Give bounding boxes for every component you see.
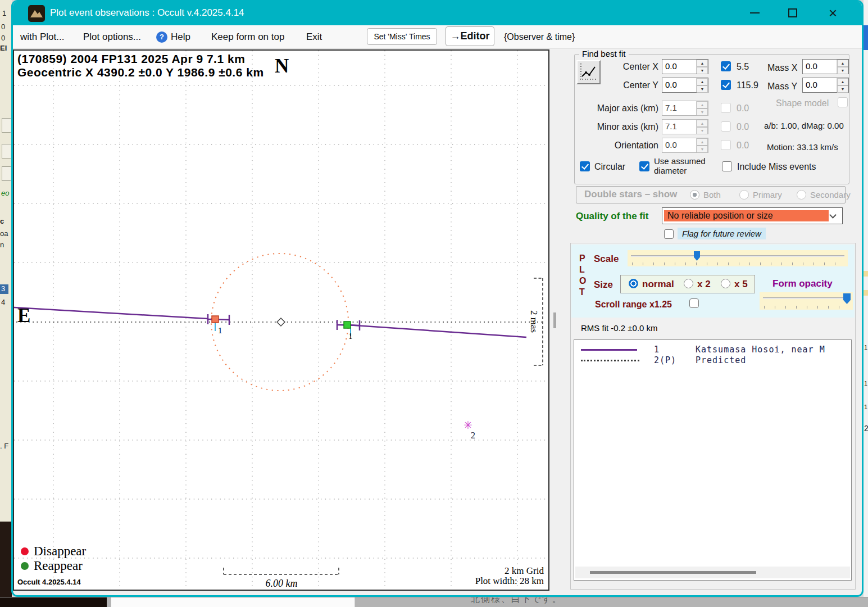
scale-slider-ticks (632, 262, 843, 265)
form-opacity-slider[interactable] (760, 292, 853, 310)
menu-keep-on-top[interactable]: Keep form on top (211, 31, 284, 43)
scrollbar-thumb[interactable] (590, 571, 756, 574)
bg-button-fragment (2, 118, 11, 133)
minor-axis-spinner[interactable]: ▲▼ (696, 120, 708, 134)
splitter-handle[interactable] (553, 312, 556, 328)
include-miss-label: Include Miss events (737, 162, 816, 172)
bg-fragment: 1 (864, 380, 867, 387)
bg-window-fragment (111, 597, 355, 607)
close-button[interactable]: × (829, 4, 837, 22)
scale-slider[interactable] (628, 250, 848, 266)
reappear-marker[interactable] (344, 321, 351, 328)
chord-1b-label: 1 (348, 332, 353, 341)
shape-model-checkbox[interactable] (838, 97, 848, 107)
legend-disappear-row: Disappear (21, 544, 86, 559)
double-both-label: Both (703, 190, 721, 200)
menu-help[interactable]: Help (171, 31, 190, 43)
center-y-label: Center Y (574, 80, 658, 90)
motion-label: Motion: 33.13 km/s (767, 142, 838, 152)
minor-axis-input[interactable]: 7.1 ▲▼ (662, 119, 708, 134)
observation-number: 1 (654, 345, 660, 355)
assumed-diameter-label: Use assumed diameter (654, 157, 722, 175)
menu-plot-options[interactable]: Plot options... (83, 31, 141, 43)
major-axis-value[interactable]: 7.1 (662, 101, 696, 115)
include-miss-checkbox[interactable] (722, 161, 732, 171)
list-horizontal-scrollbar[interactable] (575, 567, 850, 578)
predicted-asterisk-marker[interactable]: ✳ (463, 419, 472, 431)
size-x2-radio[interactable] (684, 279, 693, 288)
north-label: N (275, 55, 289, 78)
menu-exit[interactable]: Exit (306, 31, 322, 43)
ab-dmag-label: a/b: 1.00, dMag: 0.00 (764, 121, 844, 130)
mass-x-input[interactable]: 0.0 ▲▼ (802, 59, 849, 74)
scale-bar (224, 568, 339, 574)
fit-major-value-label: 0.0 (737, 103, 749, 114)
double-secondary-radio[interactable] (797, 190, 806, 200)
major-axis-input[interactable]: 7.1 ▲▼ (662, 101, 708, 116)
mass-y-input[interactable]: 0.0 ▲▼ (802, 78, 849, 93)
chord-1-label: 1 (218, 326, 222, 335)
minor-axis-value[interactable]: 7.1 (662, 120, 696, 134)
size-option-group: normal x 2 x 5 (620, 275, 755, 293)
form-opacity-thumb[interactable] (843, 293, 851, 304)
center-x-input[interactable]: 0.0 ▲▼ (662, 59, 708, 74)
plot-letter: L (579, 265, 585, 275)
help-icon[interactable]: ? (156, 31, 167, 43)
quality-dropdown[interactable]: No reliable position or size (662, 207, 843, 224)
center-y-input[interactable]: 0.0 ▲▼ (662, 78, 708, 93)
background-window-left-sliver: 1 0 0 EI eo c oa n 3 4 . F (0, 0, 12, 607)
mass-x-value[interactable]: 0.0 (803, 60, 837, 74)
bg-fragment: 0 (1, 22, 5, 31)
window-title: Plot event observations : Occult v.4.202… (50, 7, 244, 19)
size-x5-radio[interactable] (721, 279, 730, 288)
bg-button-fragment (2, 166, 11, 181)
circular-checkbox[interactable] (580, 161, 590, 171)
size-x5-label: x 5 (734, 279, 748, 290)
mass-y-spinner[interactable]: ▲▼ (837, 78, 848, 92)
fit-x-value-label: 5.5 (737, 62, 749, 72)
plot-canvas[interactable]: 1 1 ✳ 2 2 mas 6.00 km (170859) 2004 FP13… (13, 49, 549, 591)
center-y-spinner[interactable]: ▲▼ (696, 78, 708, 92)
fit-major-checkbox[interactable] (721, 103, 731, 113)
title-bar[interactable]: Plot event observations : Occult v.4.202… (13, 2, 862, 25)
observations-list[interactable]: 1 Katsumasa Hosoi, near M 2(P) Predicted (574, 339, 852, 581)
fit-y-checkbox[interactable] (721, 80, 731, 90)
fit-minor-checkbox[interactable] (721, 121, 731, 132)
major-axis-spinner[interactable]: ▲▼ (696, 101, 708, 115)
center-x-spinner[interactable]: ▲▼ (696, 60, 708, 74)
scroll-range-checkbox[interactable] (689, 298, 699, 308)
disappear-marker[interactable] (212, 316, 219, 323)
bg-fragment: 3 (0, 284, 8, 294)
orientation-input[interactable]: 0.0 ▲▼ (662, 138, 708, 153)
orientation-value[interactable]: 0.0 (662, 138, 696, 152)
background-window-right-sliver: 1 1 1 2 (864, 0, 868, 607)
flag-review-checkbox[interactable] (664, 229, 674, 239)
minimize-button[interactable] (750, 12, 760, 13)
occult-version-label: Occult 4.2025.4.14 (17, 578, 81, 586)
find-best-fit-title: Find best fit (579, 49, 629, 58)
observation-name: Katsumasa Hosoi, near M (696, 345, 825, 355)
editor-button[interactable]: →Editor (446, 26, 494, 46)
bg-fragment: 2 (864, 424, 868, 433)
east-label: E (17, 305, 30, 327)
bg-dark-area (0, 597, 107, 607)
center-x-label: Center X (574, 62, 658, 72)
menu-with-plot[interactable]: with Plot... (20, 31, 64, 43)
mas-scale-label: 2 mas (529, 310, 539, 333)
maximize-button[interactable] (788, 8, 797, 17)
assumed-diameter-checkbox[interactable] (639, 161, 649, 171)
center-y-value[interactable]: 0.0 (662, 78, 696, 92)
orientation-label: Orientation (574, 141, 658, 151)
size-normal-radio[interactable] (629, 279, 638, 288)
mass-y-value[interactable]: 0.0 (803, 78, 837, 92)
legend-reappear-label: Reappear (34, 559, 83, 573)
fit-orientation-checkbox[interactable] (721, 140, 731, 150)
fit-x-checkbox[interactable] (721, 61, 731, 71)
double-primary-radio[interactable] (739, 190, 749, 200)
mass-x-spinner[interactable]: ▲▼ (837, 60, 848, 74)
set-miss-times-button[interactable]: Set 'Miss' Times (367, 28, 437, 45)
orientation-spinner[interactable]: ▲▼ (696, 138, 708, 152)
scale-slider-thumb[interactable] (694, 251, 700, 261)
center-x-value[interactable]: 0.0 (662, 60, 696, 74)
double-both-radio[interactable] (690, 190, 699, 200)
